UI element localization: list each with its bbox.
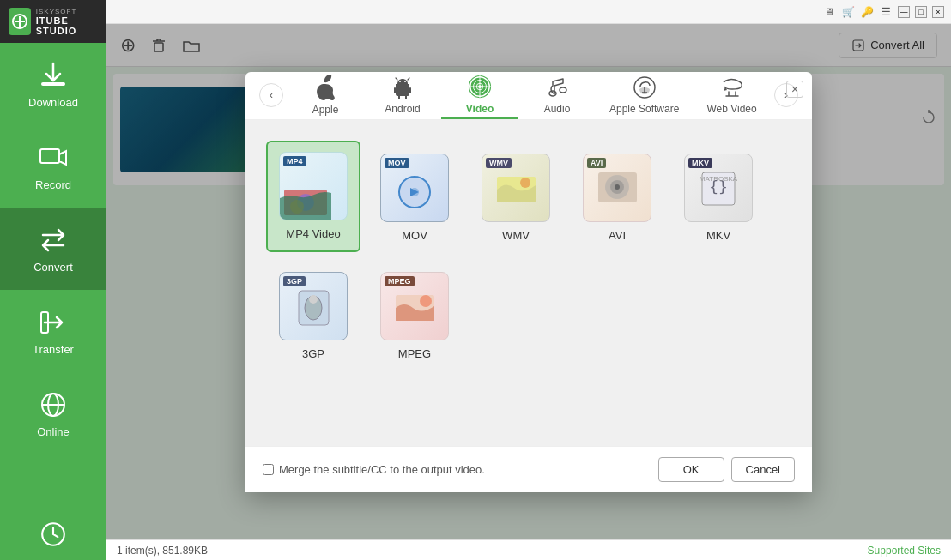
brand-top-label: ISKYSOFT [36, 8, 98, 15]
sidebar-item-transfer[interactable]: Transfer [0, 290, 106, 372]
svg-point-13 [404, 81, 406, 82]
brand: ISKYSOFT ITUBE STUDIO [0, 0, 106, 43]
mov-badge: MOV [385, 158, 409, 168]
close-icon[interactable]: × [932, 6, 944, 18]
mp4-badge: MP4 [283, 156, 306, 166]
video-tab-icon [467, 74, 493, 99]
sidebar-transfer-label: Transfer [33, 343, 74, 356]
sidebar-item-record[interactable]: Record [0, 125, 106, 208]
svg-rect-1 [41, 82, 65, 86]
apple-tab-icon [312, 75, 338, 100]
cart-icon[interactable]: 🛒 [841, 5, 855, 19]
modal-body: MP4 MP4 Video MOV [245, 120, 812, 446]
sidebar-item-online[interactable]: Online [0, 372, 106, 455]
mpeg-label: MPEG [398, 347, 431, 360]
mpeg-badge: MPEG [385, 276, 415, 286]
svg-point-28 [410, 188, 419, 196]
format-wmv[interactable]: WMV WMV [469, 141, 563, 252]
download-icon [38, 60, 69, 91]
wmv-label: WMV [502, 229, 530, 242]
avi-icon: AVI [583, 154, 651, 222]
transfer-icon [38, 307, 69, 338]
tab-list: Apple Andr [287, 71, 774, 119]
svg-rect-11 [409, 87, 411, 93]
svg-point-30 [520, 178, 530, 188]
tab-video[interactable]: Video [441, 71, 518, 119]
brand-logo [9, 8, 31, 35]
mkv-label: MKV [706, 229, 730, 242]
sidebar-bottom [0, 509, 106, 560]
modal-close-button[interactable]: × [786, 81, 803, 98]
mp4-icon: MP4 [279, 152, 348, 220]
modal-header: ‹ Apple [245, 72, 812, 120]
menu-icon[interactable]: ☰ [879, 5, 893, 19]
android-tab-icon [390, 75, 415, 99]
subtitle-checkbox-area: Merge the subtitle/CC to the output vide… [263, 463, 485, 476]
apple-software-tab-icon [632, 75, 657, 99]
subtitle-label: Merge the subtitle/CC to the output vide… [279, 463, 485, 476]
status-info: 1 item(s), 851.89KB [117, 545, 208, 557]
format-modal: ‹ Apple [245, 72, 812, 492]
format-mov[interactable]: MOV MOV [367, 141, 462, 252]
svg-rect-10 [394, 87, 396, 93]
wmv-icon: WMV [482, 154, 550, 222]
sidebar-convert-label: Convert [33, 261, 73, 274]
format-mp4[interactable]: MP4 MP4 Video [266, 141, 360, 252]
ok-button[interactable]: OK [658, 457, 724, 482]
wmv-badge: WMV [486, 158, 512, 168]
audio-tab-icon [544, 75, 570, 99]
tab-apple[interactable]: Apple [287, 71, 364, 119]
tab-audio[interactable]: Audio [518, 71, 596, 119]
mp4-label: MP4 Video [286, 227, 340, 240]
web-video-tab-icon [719, 75, 745, 99]
svg-point-12 [399, 81, 401, 82]
mov-icon: MOV [380, 154, 449, 222]
titlebar: 🖥 🛒 🔑 ☰ — □ × [0, 0, 951, 24]
tab-audio-label: Audio [544, 103, 571, 115]
modal-buttons: OK Cancel [658, 457, 795, 482]
modal-footer: Merge the subtitle/CC to the output vide… [245, 446, 812, 492]
brand-bottom-label: ITUBE STUDIO [36, 15, 98, 36]
subtitle-checkbox[interactable] [263, 464, 274, 475]
tab-web-video-label: Web Video [706, 103, 756, 115]
mov-label: MOV [402, 229, 427, 242]
convert-icon [38, 225, 69, 256]
cancel-button[interactable]: Cancel [731, 457, 795, 482]
sidebar-record-label: Record [35, 178, 71, 191]
sidebar-online-label: Online [37, 425, 70, 438]
supported-sites-link[interactable]: Supported Sites [868, 545, 941, 557]
mpeg-icon: MPEG [380, 272, 449, 340]
tab-web-video[interactable]: Web Video [693, 71, 770, 119]
prev-tab-button[interactable]: ‹ [259, 83, 283, 107]
3gp-icon: 3GP [279, 272, 348, 340]
sidebar: ISKYSOFT ITUBE STUDIO Download Record Co… [0, 0, 106, 560]
tab-apple-software[interactable]: Apple Software [596, 71, 693, 119]
avi-label: AVI [609, 229, 626, 242]
maximize-icon[interactable]: □ [915, 6, 927, 18]
clock-icon [39, 521, 67, 548]
tab-apple-label: Apple [312, 104, 339, 116]
format-mpeg[interactable]: MPEG MPEG [367, 259, 462, 370]
format-grid: MP4 MP4 Video MOV [259, 134, 798, 377]
format-mkv[interactable]: MKV {} MATROSKA MKV [671, 141, 766, 252]
minimize-icon[interactable]: — [898, 6, 910, 18]
svg-point-42 [420, 295, 432, 307]
svg-rect-2 [40, 149, 59, 163]
key-icon[interactable]: 🔑 [860, 5, 874, 19]
mkv-badge: MKV [688, 158, 712, 168]
tab-android[interactable]: Android [364, 71, 441, 119]
format-3gp[interactable]: 3GP 3GP [266, 259, 360, 370]
sidebar-items: Download Record Convert Transfer [0, 43, 106, 509]
format-avi[interactable]: AVI AVI [570, 141, 664, 252]
svg-point-34 [615, 184, 620, 190]
svg-point-22 [560, 87, 566, 93]
record-icon [38, 142, 69, 173]
tab-android-label: Android [385, 103, 420, 115]
sidebar-item-convert[interactable]: Convert [0, 208, 106, 290]
svg-text:MATROSKA: MATROSKA [699, 175, 737, 183]
modal-overlay: ‹ Apple [106, 24, 951, 539]
monitor-icon[interactable]: 🖥 [822, 5, 836, 19]
sidebar-item-download[interactable]: Download [0, 43, 106, 125]
online-icon [38, 389, 69, 420]
brand-text: ISKYSOFT ITUBE STUDIO [36, 8, 98, 36]
